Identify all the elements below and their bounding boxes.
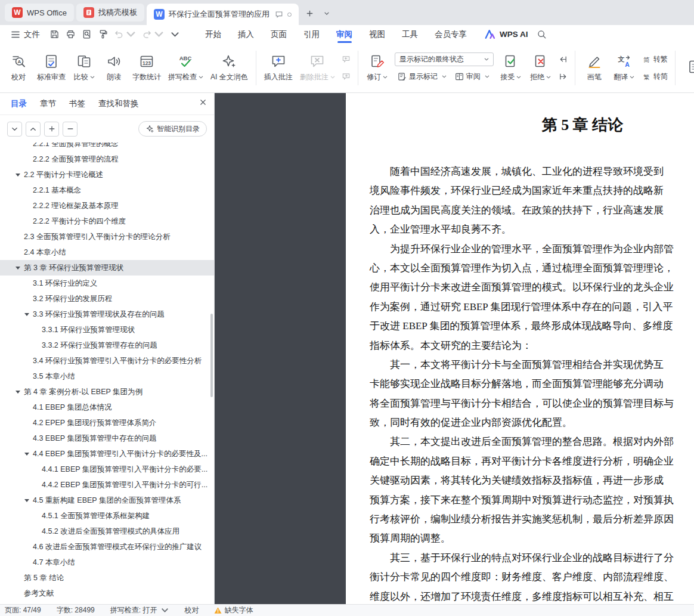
tab-list-button[interactable] bbox=[319, 5, 334, 21]
menu-tab-view[interactable]: 视图 bbox=[361, 25, 394, 44]
save-button[interactable] bbox=[47, 27, 62, 42]
toc-item[interactable]: 参考文献 bbox=[0, 586, 214, 601]
toc-item[interactable]: 2.2.2 平衡计分卡的四个维度 bbox=[0, 213, 214, 229]
smart-toc-button[interactable]: 智能识别目录 bbox=[138, 121, 207, 137]
collapse-level-button[interactable] bbox=[63, 122, 78, 137]
clipped-button[interactable] bbox=[680, 47, 694, 89]
toc-item[interactable]: 3.3.1 环保行业预算管理现状 bbox=[0, 322, 214, 338]
proofread-status[interactable]: 校对 bbox=[184, 605, 199, 615]
change-next-button[interactable] bbox=[556, 70, 571, 84]
toc-item[interactable]: 4.1 EBEP 集团总体情况 bbox=[0, 400, 214, 415]
format-painter-button[interactable] bbox=[95, 27, 110, 42]
toc-item[interactable]: 2.2.2 理论框架及基本原理 bbox=[0, 198, 214, 213]
collapse-all-button[interactable] bbox=[7, 122, 22, 137]
toc-item[interactable]: 3.1 环保行业的定义 bbox=[0, 276, 214, 291]
toc-item[interactable]: 4.5 重新构建 EBEP 集团的全面预算管理体系 bbox=[0, 493, 214, 508]
change-prev-button[interactable] bbox=[556, 52, 571, 67]
toc-item[interactable]: 3.5 本章小结 bbox=[0, 369, 214, 384]
document-canvas[interactable]: 第 5 章 结论 随着中国经济高速发展，城镇化、工业化的进程导致环境受到境风险事… bbox=[215, 93, 694, 604]
toc-item[interactable]: 2.2 平衡计分卡理论概述 bbox=[0, 167, 214, 182]
menu-tab-membership[interactable]: 会员专享 bbox=[426, 25, 475, 44]
menu-tab-page[interactable]: 页面 bbox=[262, 25, 295, 44]
char-jian-button[interactable]: 简转繁 bbox=[639, 52, 671, 67]
file-menu-button[interactable]: 文件 bbox=[6, 25, 45, 44]
close-pane-button[interactable] bbox=[199, 98, 207, 108]
toc-item[interactable]: 3.4 环保行业预算管理引入平衡计分卡的必要性分析 bbox=[0, 353, 214, 369]
menu-tab-insert[interactable]: 插入 bbox=[230, 25, 262, 44]
pen-button[interactable]: 画笔 bbox=[580, 47, 609, 89]
char-fan-button[interactable]: 繁转简 bbox=[639, 70, 671, 84]
show-marks-select[interactable]: 显示标记的最终状态 bbox=[395, 52, 494, 66]
translate-button[interactable]: 文A翻译 bbox=[609, 47, 639, 89]
spell-check-button[interactable]: ABC拼写检查 bbox=[165, 47, 207, 89]
comment-prev-button[interactable] bbox=[339, 52, 354, 67]
toc-item[interactable]: 2.3 全面预算管理引入平衡计分卡的理论分析 bbox=[0, 229, 214, 244]
wps-ai-button[interactable]: WPS AI bbox=[485, 29, 528, 39]
insert-comment-button[interactable]: 插入批注 bbox=[261, 47, 296, 89]
pane-tab-toc[interactable]: 目录 bbox=[11, 98, 27, 109]
print-button[interactable] bbox=[63, 27, 78, 42]
reject-button[interactable]: 拒绝 bbox=[526, 47, 556, 89]
toc-item[interactable]: 第 5 章 结论 bbox=[0, 570, 214, 586]
compare-button[interactable]: 比较 bbox=[69, 47, 99, 89]
expand-level-button[interactable] bbox=[44, 122, 59, 137]
revise-button[interactable]: 修订 bbox=[363, 47, 392, 89]
spellcheck-status[interactable]: 拼写检查: 打开 bbox=[110, 605, 169, 615]
pane-tab-bookmark[interactable]: 书签 bbox=[69, 98, 85, 109]
accept-button[interactable]: 接受 bbox=[496, 47, 526, 89]
collapse-triangle-icon[interactable] bbox=[24, 453, 29, 456]
print-preview-button[interactable] bbox=[79, 27, 94, 42]
page-indicator[interactable]: 页面: 47/49 bbox=[5, 605, 41, 615]
toc-item[interactable]: 2.2.1 全面预算管理的概念 bbox=[0, 143, 214, 151]
toc-item[interactable]: 4.2 EPEP 集团现行预算管理体系简介 bbox=[0, 415, 214, 431]
missing-font-warning[interactable]: 缺失字体 bbox=[214, 605, 253, 615]
collapse-triangle-icon[interactable] bbox=[16, 174, 20, 177]
window-tab-1[interactable]: WWPS Office bbox=[5, 4, 74, 21]
document-page[interactable]: 第 5 章 结论 随着中国经济高速发展，城镇化、工业化的进程导致环境受到境风险事… bbox=[346, 93, 694, 604]
std-review-button[interactable]: 标准审查 bbox=[33, 47, 69, 89]
read-aloud-button[interactable]: 朗读 bbox=[99, 47, 129, 89]
window-tab-2[interactable]: 找稿壳模板 bbox=[76, 4, 144, 21]
proofread-button[interactable]: A校对 bbox=[4, 47, 33, 89]
menu-tab-reference[interactable]: 引用 bbox=[295, 25, 328, 44]
undo-button[interactable] bbox=[111, 27, 138, 42]
toc-item[interactable]: 4.5.2 改进后全面预算管理模式的具体应用 bbox=[0, 524, 214, 539]
menu-tab-tools[interactable]: 工具 bbox=[394, 25, 426, 44]
pane-tab-find-replace[interactable]: 查找和替换 bbox=[98, 98, 139, 109]
word-count-indicator[interactable]: 字数: 28499 bbox=[57, 605, 95, 615]
word-count-button[interactable]: 123字数统计 bbox=[129, 47, 165, 89]
ai-polish-button[interactable]: AI 全文润色 bbox=[207, 47, 252, 89]
new-tab-button[interactable] bbox=[302, 5, 318, 21]
pane-tab-chapter[interactable]: 章节 bbox=[40, 98, 56, 109]
toc-item[interactable]: 4.6 改进后全面预算管理模式在环保行业的推广建议 bbox=[0, 539, 214, 555]
review-pane-button[interactable]: 审阅 bbox=[452, 70, 492, 84]
toc-item[interactable]: 第 4 章 案例分析-以 EBEP 集团为例 bbox=[0, 384, 214, 400]
collapse-triangle-icon[interactable] bbox=[24, 499, 29, 502]
toc-item[interactable]: 4.7 本章小结 bbox=[0, 555, 214, 570]
collapse-triangle-icon[interactable] bbox=[24, 313, 29, 316]
search-button[interactable] bbox=[537, 25, 547, 44]
collapse-triangle-icon[interactable] bbox=[16, 391, 20, 394]
sidebar-scrollbar[interactable] bbox=[210, 314, 213, 397]
toc-item[interactable]: 3.2 环保行业的发展历程 bbox=[0, 291, 214, 307]
delete-comment-button[interactable]: 删除批注 bbox=[296, 47, 339, 89]
toc-item[interactable]: 3.3 环保行业预算管理现状及存在的问题 bbox=[0, 307, 214, 322]
toc-item[interactable]: 2.2.1 基本概念 bbox=[0, 182, 214, 198]
toc-item[interactable]: 4.4.1 EBEP 集团预算管理引入平衡计分卡的必要... bbox=[0, 462, 214, 477]
toc-item[interactable]: 4.3 EBEP 集团预算管理中存在的问题 bbox=[0, 431, 214, 446]
toc-item[interactable]: 第 3 章 环保行业预算管理现状 bbox=[0, 260, 214, 276]
toolbar-more-button[interactable] bbox=[168, 27, 182, 42]
window-tab-3[interactable]: W环保行业全面预算管理的应用 bbox=[147, 4, 299, 25]
expand-all-button[interactable] bbox=[26, 122, 41, 137]
redo-button[interactable] bbox=[140, 27, 166, 42]
toc-item[interactable]: 3.3.2 环保行业预算管理存在的问题 bbox=[0, 338, 214, 353]
comment-next-button[interactable] bbox=[339, 70, 354, 84]
toc-item[interactable]: 2.2.2 全面预算管理的流程 bbox=[0, 151, 214, 167]
toc-item[interactable]: 2.4 本章小结 bbox=[0, 244, 214, 260]
show-marks-button[interactable]: 显示标记 bbox=[395, 70, 450, 84]
collapse-triangle-icon[interactable] bbox=[16, 267, 20, 270]
menu-tab-home[interactable]: 开始 bbox=[197, 25, 230, 44]
toc-item[interactable]: 4.4 EBEP 集团预算管理引入平衡计分卡的必要性及... bbox=[0, 446, 214, 462]
toc-item[interactable]: 4.5.1 全面预算管理体系框架构建 bbox=[0, 508, 214, 524]
menu-tab-review[interactable]: 审阅 bbox=[328, 25, 361, 44]
